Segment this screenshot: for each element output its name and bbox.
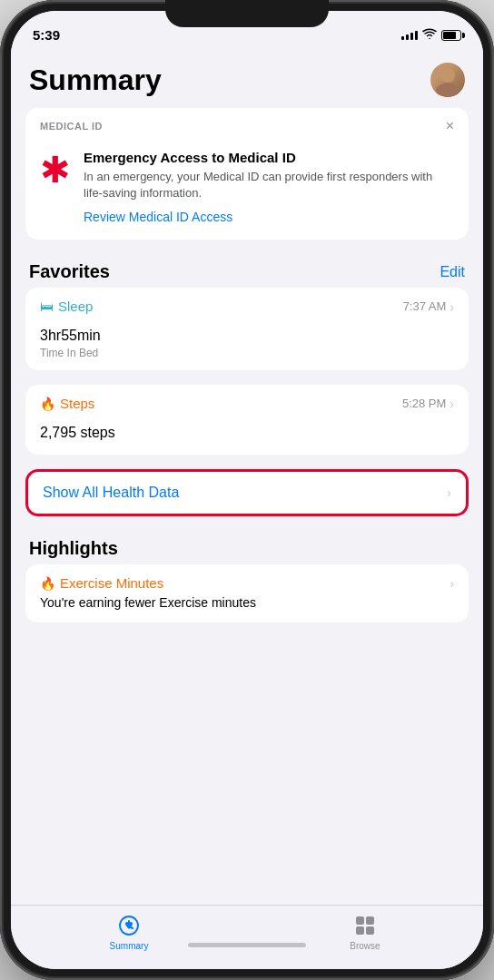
steps-title: Steps xyxy=(40,396,94,411)
svg-rect-3 xyxy=(356,916,364,925)
card-description: In an emergency, your Medical ID can pro… xyxy=(84,169,454,201)
battery-fill xyxy=(443,32,456,39)
highlights-section-header: Highlights xyxy=(11,531,483,564)
medical-id-card: MEDICAL ID × ✱ Emergency Access to Medic… xyxy=(25,108,469,240)
signal-bar-2 xyxy=(406,34,409,40)
sleep-card: 🛏 Sleep 7:37 AM › 3hr55min Time In Bed xyxy=(25,288,469,370)
sleep-title: 🛏 Sleep xyxy=(40,299,93,314)
exercise-flame-icon xyxy=(40,575,55,591)
page-header: Summary xyxy=(11,48,483,108)
browse-tab-label: Browse xyxy=(350,941,380,951)
exercise-title: Exercise Minutes xyxy=(40,575,163,591)
screen: 5:39 xyxy=(11,11,483,969)
signal-bars xyxy=(401,31,418,40)
browse-tab-icon xyxy=(352,913,378,938)
steps-value: 2,795 steps xyxy=(40,415,454,444)
bottom-spacer xyxy=(11,637,483,655)
battery-icon xyxy=(441,30,461,41)
steps-flame-icon xyxy=(40,396,55,411)
medical-asterisk-icon: ✱ xyxy=(40,152,71,188)
favorites-section-header: Favorites Edit xyxy=(11,254,483,288)
exercise-description: You're earning fewer Exercise minutes xyxy=(40,594,454,611)
sleep-chevron-icon: › xyxy=(450,299,454,314)
exercise-highlight-item[interactable]: Exercise Minutes › You're earning fewer … xyxy=(25,564,469,622)
exercise-item-top: Exercise Minutes › xyxy=(40,575,454,591)
sleep-hr-unit: hr xyxy=(48,328,61,343)
sleep-item-top: 🛏 Sleep 7:37 AM › xyxy=(40,299,454,314)
steps-chevron-icon: › xyxy=(450,397,454,411)
show-all-text: Show All Health Data xyxy=(43,485,179,501)
phone-frame: 5:39 xyxy=(0,0,494,980)
status-icons xyxy=(401,28,461,42)
scroll-content[interactable]: Summary MEDICAL ID × xyxy=(11,48,483,905)
steps-list-item[interactable]: Steps 5:28 PM › 2,795 steps xyxy=(25,385,469,455)
sleep-value: 3hr55min xyxy=(40,318,454,347)
avatar-image xyxy=(430,63,465,97)
card-body: ✱ Emergency Access to Medical ID In an e… xyxy=(25,141,469,240)
signal-bar-4 xyxy=(415,31,418,40)
avatar[interactable] xyxy=(430,63,465,97)
bed-icon: 🛏 xyxy=(40,299,54,314)
sleep-min-unit: min xyxy=(77,328,101,343)
card-label: MEDICAL ID xyxy=(40,121,103,132)
wifi-icon xyxy=(422,28,437,42)
svg-rect-4 xyxy=(366,916,374,925)
summary-tab-label: Summary xyxy=(110,941,149,951)
page-title: Summary xyxy=(29,64,162,97)
edit-button[interactable]: Edit xyxy=(440,264,465,280)
steps-unit: steps xyxy=(81,425,115,440)
favorites-title: Favorites xyxy=(29,261,110,282)
status-time: 5:39 xyxy=(33,27,60,43)
card-text: Emergency Access to Medical ID In an eme… xyxy=(84,150,454,225)
status-bar: 5:39 xyxy=(11,11,483,48)
highlights-card: Exercise Minutes › You're earning fewer … xyxy=(25,564,469,622)
sleep-time: 7:37 AM › xyxy=(403,299,454,314)
sleep-list-item[interactable]: 🛏 Sleep 7:37 AM › 3hr55min Time In Bed xyxy=(25,288,469,370)
signal-bar-3 xyxy=(410,33,413,40)
notch xyxy=(183,0,311,25)
svg-rect-6 xyxy=(366,926,374,935)
sleep-sub-label: Time In Bed xyxy=(40,347,454,359)
svg-point-1 xyxy=(436,83,459,97)
card-title: Emergency Access to Medical ID xyxy=(84,150,454,165)
card-header: MEDICAL ID × xyxy=(25,108,469,141)
highlights-title: Highlights xyxy=(29,538,118,559)
summary-tab-icon xyxy=(116,913,142,938)
show-all-item[interactable]: Show All Health Data › xyxy=(28,472,466,514)
signal-bar-1 xyxy=(401,36,404,40)
tab-bar: Summary Browse xyxy=(11,905,483,969)
svg-rect-5 xyxy=(356,926,364,935)
steps-item-top: Steps 5:28 PM › xyxy=(40,396,454,411)
show-all-card[interactable]: Show All Health Data › xyxy=(25,469,469,516)
svg-point-0 xyxy=(440,68,455,83)
steps-card: Steps 5:28 PM › 2,795 steps xyxy=(25,385,469,455)
show-all-chevron-icon: › xyxy=(447,485,451,500)
exercise-chevron-icon: › xyxy=(450,576,454,591)
home-indicator xyxy=(188,943,306,947)
steps-time: 5:28 PM › xyxy=(402,397,454,411)
review-medical-id-link[interactable]: Review Medical ID Access xyxy=(84,210,232,224)
close-button[interactable]: × xyxy=(446,119,454,133)
